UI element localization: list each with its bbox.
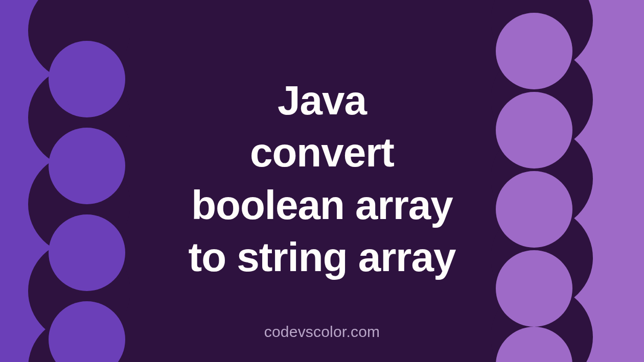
banner-title: Java convert boolean array to string arr… (0, 77, 644, 282)
banner-canvas: Java convert boolean array to string arr… (0, 0, 644, 362)
attribution-text: codevscolor.com (264, 323, 380, 341)
title-line-3: boolean array (191, 181, 453, 229)
title-line-4: to string array (189, 233, 456, 281)
title-line-2: convert (250, 129, 394, 177)
title-line-1: Java (278, 77, 366, 125)
